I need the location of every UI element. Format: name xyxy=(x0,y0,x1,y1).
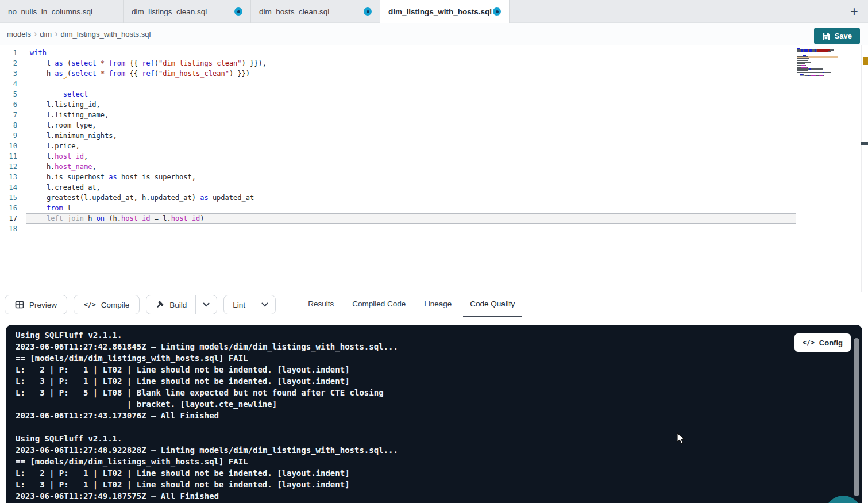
tab-dim_listings_clean.sql[interactable]: dim_listings_clean.sql xyxy=(124,0,251,23)
code-line[interactable]: 5 select xyxy=(0,89,868,99)
terminal-line xyxy=(16,421,398,433)
code-line[interactable]: 6 l.listing_id, xyxy=(0,99,868,110)
result-tab-compiled-code[interactable]: Compiled Code xyxy=(345,292,412,317)
code-text: select xyxy=(30,89,88,99)
code-text: left join h on (h.host_id = l.host_id) xyxy=(30,213,205,224)
config-label: Config xyxy=(819,339,843,347)
tab-dim_listings_with_hosts.sql[interactable]: dim_listings_with_hosts.sql xyxy=(380,0,510,23)
line-number: 12 xyxy=(0,162,17,172)
code-text: l.created_at, xyxy=(30,182,101,193)
compile-label: Compile xyxy=(101,301,130,309)
terminal-line: L: 3 | P: 5 | LT08 | Blank line expected… xyxy=(16,387,398,398)
code-line[interactable]: 1with xyxy=(0,48,868,58)
modified-dot-icon xyxy=(364,7,372,16)
code-text: h.host_name, xyxy=(30,162,97,172)
minimap[interactable] xyxy=(797,48,838,79)
code-text: l.listing_id, xyxy=(30,99,101,110)
tab-no_nulls_in_columns.sql[interactable]: no_nulls_in_columns.sql xyxy=(0,0,124,23)
code-text: l.room_type, xyxy=(30,120,97,130)
result-tabs: ResultsCompiled CodeLineageCode Quality xyxy=(301,292,522,317)
code-line[interactable]: 14 l.created_at, xyxy=(0,182,868,193)
chevron-down-icon xyxy=(261,302,268,307)
line-number: 11 xyxy=(0,151,17,162)
terminal-line: 2023-06-06T11:27:43.173076Z — All Finish… xyxy=(16,410,398,421)
line-number: 17 xyxy=(0,213,17,224)
overview-ruler-cursor-marker xyxy=(861,142,868,145)
code-line[interactable]: 15 greatest(l.updated_at, h.updated_at) … xyxy=(0,193,868,203)
code-line[interactable]: 17 left join h on (h.host_id = l.host_id… xyxy=(0,213,868,224)
build-options-button[interactable] xyxy=(195,295,217,314)
tab-dim_hosts_clean.sql[interactable]: dim_hosts_clean.sql xyxy=(251,0,380,23)
line-number: 9 xyxy=(0,130,17,141)
code-line[interactable]: 7 l.listing_name, xyxy=(0,110,868,120)
build-label: Build xyxy=(169,301,187,309)
terminal-log-text: Using SQLFluff v2.1.1.2023-06-06T11:27:4… xyxy=(16,329,398,502)
result-tab-results[interactable]: Results xyxy=(301,292,341,317)
terminal-line: == [models/dim/dim_listings_with_hosts.s… xyxy=(16,352,398,364)
build-button[interactable]: Build xyxy=(146,295,195,314)
lint-button[interactable]: Lint xyxy=(224,295,254,314)
config-button[interactable]: </> Config xyxy=(794,333,851,352)
terminal-line: 2023-06-06T11:27:42.861845Z — Linting mo… xyxy=(16,341,398,352)
compile-button[interactable]: </> Compile xyxy=(74,295,140,314)
result-tab-code-quality[interactable]: Code Quality xyxy=(463,292,522,317)
terminal-line: L: 2 | P: 1 | LT02 | Line should not be … xyxy=(16,364,398,375)
terminal-line: 2023-06-06T11:27:49.187575Z — All Finish… xyxy=(16,490,398,502)
result-tab-lineage[interactable]: Lineage xyxy=(417,292,458,317)
line-number: 8 xyxy=(0,120,17,130)
code-text: l.price, xyxy=(30,141,80,151)
terminal-line: L: 2 | P: 1 | LT02 | Line should not be … xyxy=(16,467,398,479)
tab-label: dim_listings_clean.sql xyxy=(132,7,207,16)
preview-button[interactable]: Preview xyxy=(5,295,67,314)
tab-label: dim_listings_with_hosts.sql xyxy=(388,7,492,16)
code-line[interactable]: 13 h.is_superhost as host_is_superhost, xyxy=(0,172,868,182)
save-label: Save xyxy=(835,32,852,40)
action-toolbar: Preview </> Compile Build Lint xyxy=(0,292,868,317)
code-line[interactable]: 4 xyxy=(0,79,868,89)
code-line[interactable]: 9 l.minimum_nights, xyxy=(0,130,868,141)
code-line[interactable]: 3 h as (select * from {{ ref("dim_hosts_… xyxy=(0,68,868,79)
code-text: l.listing_name, xyxy=(30,110,109,120)
editor-tab-bar: no_nulls_in_columns.sqldim_listings_clea… xyxy=(0,0,868,23)
line-number: 6 xyxy=(0,99,17,110)
line-number: 16 xyxy=(0,203,17,213)
tab-label: dim_hosts_clean.sql xyxy=(259,7,329,16)
lint-options-button[interactable] xyxy=(254,295,275,314)
breadcrumb-separator-icon: › xyxy=(34,29,37,39)
code-line[interactable]: 2 l as (select * from {{ ref("dim_listin… xyxy=(0,58,868,68)
code-line[interactable]: 11 l.host_id, xyxy=(0,151,868,162)
code-line[interactable]: 8 l.room_type, xyxy=(0,120,868,130)
lint-label: Lint xyxy=(233,301,245,309)
terminal-line: L: 3 | P: 1 | LT02 | Line should not be … xyxy=(16,375,398,387)
breadcrumb: models›dim›dim_listings_with_hosts.sql xyxy=(0,23,868,45)
line-number: 14 xyxy=(0,182,17,193)
new-tab-button[interactable]: + xyxy=(845,2,863,21)
code-text: l.minimum_nights, xyxy=(30,130,117,141)
terminal-line: L: 3 | P: 1 | LT02 | Line should not be … xyxy=(16,479,398,490)
breadcrumb-item[interactable]: models xyxy=(7,30,31,39)
modified-dot-icon xyxy=(234,7,242,16)
breadcrumb-item[interactable]: dim xyxy=(40,30,52,39)
overview-ruler xyxy=(861,45,862,292)
code-line[interactable]: 18 xyxy=(0,224,868,234)
code-line[interactable]: 10 l.price, xyxy=(0,141,868,151)
line-number: 15 xyxy=(0,193,17,203)
terminal-line: | bracket. [layout.cte_newline] xyxy=(16,398,398,410)
terminal-scrollbar[interactable] xyxy=(854,338,859,496)
lint-split-button: Lint xyxy=(223,295,276,314)
save-icon xyxy=(822,32,830,40)
modified-dot-icon xyxy=(493,7,501,16)
line-number: 18 xyxy=(0,224,17,234)
code-editor[interactable]: 1with2 l as (select * from {{ ref("dim_l… xyxy=(0,45,868,292)
code-line[interactable]: 16 from l xyxy=(0,203,868,213)
preview-grid-icon xyxy=(15,300,24,309)
terminal-line: Using SQLFluff v2.1.1. xyxy=(16,329,398,341)
chevron-down-icon xyxy=(203,302,210,307)
breadcrumb-item[interactable]: dim_listings_with_hosts.sql xyxy=(61,30,151,39)
code-text: h.is_superhost as host_is_superhost, xyxy=(30,172,196,182)
breadcrumb-separator-icon: › xyxy=(55,29,57,39)
tab-label: no_nulls_in_columns.sql xyxy=(8,7,92,16)
overview-ruler-warning-marker xyxy=(863,57,868,65)
code-line[interactable]: 12 h.host_name, xyxy=(0,162,868,172)
save-button[interactable]: Save xyxy=(814,28,860,44)
